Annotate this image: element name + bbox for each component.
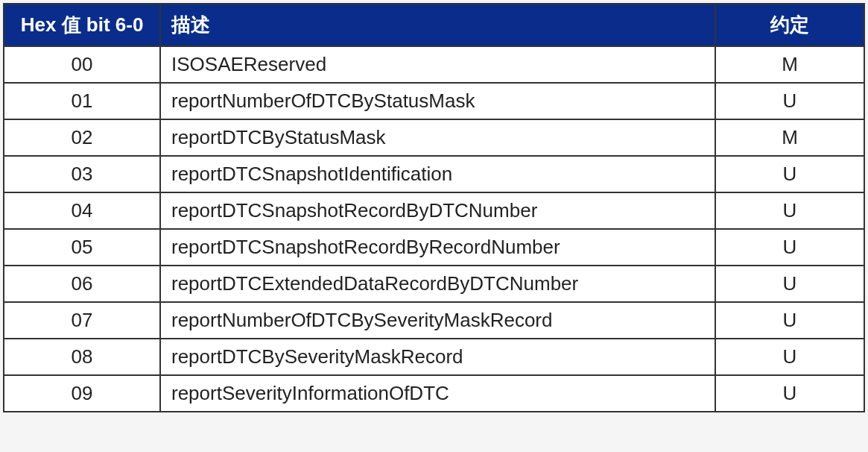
cell-hex: 02 bbox=[4, 119, 160, 156]
cell-desc: reportDTCSnapshotRecordByDTCNumber bbox=[160, 192, 715, 229]
cell-conv: M bbox=[715, 46, 864, 83]
table-row: 07 reportNumberOfDTCBySeverityMaskRecord… bbox=[4, 302, 864, 339]
table-row: 04 reportDTCSnapshotRecordByDTCNumber U bbox=[4, 192, 864, 229]
table-row: 00 ISOSAEReserved M bbox=[4, 46, 864, 83]
header-conv: 约定 bbox=[715, 4, 864, 46]
cell-hex: 01 bbox=[4, 83, 160, 119]
table-row: 02 reportDTCByStatusMask M bbox=[4, 119, 864, 156]
cell-hex: 07 bbox=[4, 302, 160, 339]
table-row: 05 reportDTCSnapshotRecordByRecordNumber… bbox=[4, 229, 864, 266]
cell-conv: U bbox=[715, 266, 864, 302]
cell-conv: U bbox=[715, 192, 864, 229]
table-row: 03 reportDTCSnapshotIdentification U bbox=[4, 156, 864, 192]
cell-desc: reportDTCByStatusMask bbox=[160, 119, 715, 156]
cell-hex: 03 bbox=[4, 156, 160, 192]
cell-hex: 09 bbox=[4, 375, 160, 412]
cell-hex: 04 bbox=[4, 192, 160, 229]
cell-desc: reportDTCBySeverityMaskRecord bbox=[160, 339, 715, 375]
cell-desc: reportNumberOfDTCBySeverityMaskRecord bbox=[160, 302, 715, 339]
dtc-subfunction-table: Hex 值 bit 6-0 描述 约定 00 ISOSAEReserved M … bbox=[3, 3, 865, 412]
table-row: 01 reportNumberOfDTCByStatusMask U bbox=[4, 83, 864, 119]
cell-hex: 00 bbox=[4, 46, 160, 83]
cell-hex: 06 bbox=[4, 266, 160, 302]
cell-conv: U bbox=[715, 229, 864, 266]
cell-hex: 05 bbox=[4, 229, 160, 266]
cell-desc: reportSeverityInformationOfDTC bbox=[160, 375, 715, 412]
header-desc: 描述 bbox=[160, 4, 715, 46]
cell-conv: U bbox=[715, 375, 864, 412]
cell-conv: U bbox=[715, 302, 864, 339]
cell-hex: 08 bbox=[4, 339, 160, 375]
cell-desc: ISOSAEReserved bbox=[160, 46, 715, 83]
cell-conv: U bbox=[715, 339, 864, 375]
table-header-row: Hex 值 bit 6-0 描述 约定 bbox=[4, 4, 864, 46]
cell-desc: reportDTCSnapshotRecordByRecordNumber bbox=[160, 229, 715, 266]
cell-conv: M bbox=[715, 119, 864, 156]
table-row: 09 reportSeverityInformationOfDTC U bbox=[4, 375, 864, 412]
table-row: 08 reportDTCBySeverityMaskRecord U bbox=[4, 339, 864, 375]
table-row: 06 reportDTCExtendedDataRecordByDTCNumbe… bbox=[4, 266, 864, 302]
header-hex: Hex 值 bit 6-0 bbox=[4, 4, 160, 46]
cell-desc: reportDTCExtendedDataRecordByDTCNumber bbox=[160, 266, 715, 302]
cell-desc: reportDTCSnapshotIdentification bbox=[160, 156, 715, 192]
cell-desc: reportNumberOfDTCByStatusMask bbox=[160, 83, 715, 119]
cell-conv: U bbox=[715, 156, 864, 192]
cell-conv: U bbox=[715, 83, 864, 119]
table-body: 00 ISOSAEReserved M 01 reportNumberOfDTC… bbox=[4, 46, 864, 412]
